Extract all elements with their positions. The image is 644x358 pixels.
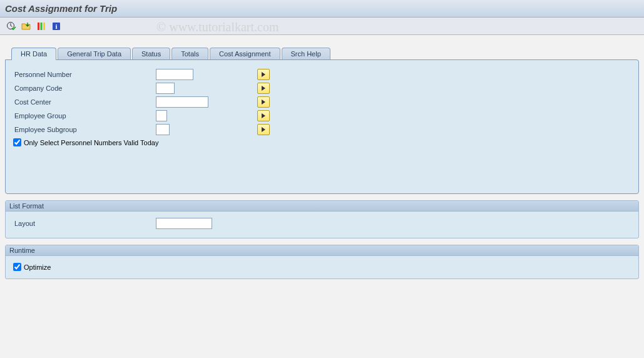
label-only-valid-today: Only Select Personnel Numbers Valid Toda… [24, 139, 158, 146]
tab-general-trip-data[interactable]: General Trip Data [58, 48, 131, 59]
multiple-selection-company-code[interactable] [257, 83, 270, 94]
checkbox-optimize[interactable] [13, 263, 21, 271]
title-bar: Cost Assignment for Trip [0, 0, 644, 18]
multiple-selection-employee-subgroup[interactable] [257, 124, 270, 135]
tab-hr-data[interactable]: HR Data [11, 48, 56, 60]
label-cost-center: Cost Center [12, 98, 156, 106]
arrow-right-icon [262, 72, 265, 77]
arrow-right-icon [262, 86, 265, 91]
input-layout[interactable] [156, 218, 212, 229]
row-optimize: Optimize [12, 261, 632, 271]
info-icon: i [51, 21, 61, 31]
page-title: Cost Assignment for Trip [5, 3, 117, 14]
tab-panel-hr-data: Personnel Number Company Code Cost Cente… [5, 59, 639, 194]
row-cost-center: Cost Center [12, 95, 632, 109]
tab-strip: HR Data General Trip Data Status Totals … [11, 48, 639, 59]
checkbox-only-valid-today[interactable] [13, 138, 21, 146]
tab-srch-help[interactable]: Srch Help [282, 48, 330, 59]
input-cost-center[interactable] [156, 96, 208, 108]
tab-totals[interactable]: Totals [171, 48, 208, 59]
label-employee-subgroup: Employee Subgroup [12, 126, 156, 133]
get-variant-button[interactable] [20, 20, 33, 33]
tab-status[interactable]: Status [132, 48, 170, 59]
svg-rect-3 [43, 23, 45, 30]
row-company-code: Company Code [12, 81, 632, 95]
tab-cost-assignment[interactable]: Cost Assignment [210, 48, 280, 59]
arrow-right-icon [262, 127, 265, 132]
svg-text:i: i [55, 23, 57, 30]
folder-arrow-icon [21, 21, 31, 31]
execute-button[interactable] [5, 20, 18, 33]
multiple-selection-cost-center[interactable] [257, 96, 270, 108]
group-body-runtime: Optimize [6, 256, 638, 279]
clock-check-icon [6, 21, 16, 31]
svg-rect-1 [38, 23, 39, 30]
tab-container: HR Data General Trip Data Status Totals … [5, 48, 639, 194]
arrow-right-icon [262, 100, 265, 105]
group-list-format: List Format Layout [5, 200, 639, 238]
group-runtime: Runtime Optimize [5, 245, 639, 279]
row-layout: Layout [12, 217, 632, 230]
group-header-runtime: Runtime [6, 245, 638, 256]
selection-bars-icon [36, 21, 46, 31]
toolbar: i [0, 18, 644, 35]
info-button[interactable]: i [50, 20, 63, 33]
multiple-selection-personnel-number[interactable] [257, 69, 270, 80]
dynamic-selections-button[interactable] [35, 20, 48, 33]
row-only-valid-today: Only Select Personnel Numbers Valid Toda… [12, 136, 632, 146]
label-personnel-number: Personnel Number [12, 71, 156, 78]
content-area: HR Data General Trip Data Status Totals … [0, 35, 644, 284]
label-layout: Layout [12, 220, 156, 227]
group-header-list-format: List Format [6, 201, 638, 212]
input-company-code[interactable] [156, 83, 175, 94]
label-optimize: Optimize [24, 263, 51, 271]
svg-rect-2 [41, 23, 43, 30]
label-employee-group: Employee Group [12, 112, 156, 120]
input-employee-group[interactable] [156, 110, 167, 121]
row-employee-group: Employee Group [12, 109, 632, 123]
arrow-right-icon [262, 113, 265, 118]
row-employee-subgroup: Employee Subgroup [12, 123, 632, 136]
input-personnel-number[interactable] [156, 69, 193, 80]
input-employee-subgroup[interactable] [156, 124, 170, 135]
row-personnel-number: Personnel Number [12, 68, 632, 81]
group-body-list-format: Layout [6, 212, 638, 238]
label-company-code: Company Code [12, 84, 156, 92]
multiple-selection-employee-group[interactable] [257, 110, 270, 121]
